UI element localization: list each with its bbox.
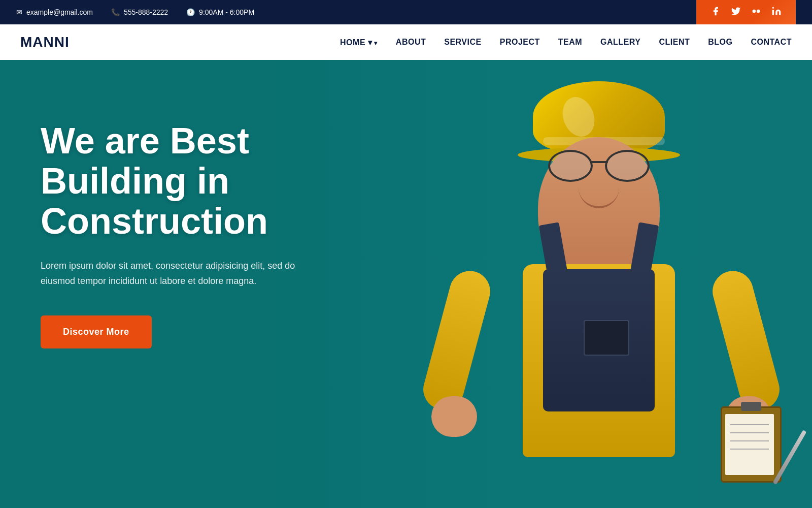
- site-logo[interactable]: MANNI: [20, 34, 70, 50]
- hero-title: We are Best Building in Construction: [41, 121, 325, 242]
- svg-point-1: [757, 9, 760, 13]
- nav-about[interactable]: ABOUT: [396, 38, 426, 47]
- nav-team[interactable]: TEAM: [558, 38, 582, 47]
- worker-clipboard: [721, 406, 782, 483]
- nav-project[interactable]: PROJECT: [500, 38, 540, 47]
- svg-point-0: [753, 9, 756, 13]
- flickr-icon[interactable]: [751, 6, 761, 19]
- hat-shine: [557, 92, 600, 141]
- worker-arm-left: [419, 266, 495, 414]
- nav-links: HOME ▾ ABOUT SERVICE PROJECT TEAM GALLER…: [340, 38, 792, 47]
- clipboard-line-4: [730, 449, 769, 450]
- svg-point-3: [772, 7, 774, 8]
- facebook-icon[interactable]: [710, 6, 721, 19]
- svg-rect-2: [772, 10, 774, 15]
- worker-figure: [426, 71, 771, 508]
- clipboard-line-2: [730, 432, 769, 433]
- topbar-hours: 🕐 9:00AM - 6:00PM: [186, 8, 254, 16]
- nav-service[interactable]: SERVICE: [444, 38, 481, 47]
- topbar-social: [696, 0, 796, 24]
- hero-subtitle: Lorem ipsum dolor sit amet, consectetur …: [41, 258, 325, 289]
- bib-pocket: [584, 320, 629, 356]
- glasses-bridge: [590, 161, 608, 163]
- topbar-email: ✉ example@gmail.com: [16, 8, 93, 16]
- email-icon: ✉: [16, 8, 22, 16]
- nav-blog[interactable]: BLOG: [708, 38, 732, 47]
- phone-icon: 📞: [111, 8, 120, 16]
- worker-hand-left: [431, 396, 477, 437]
- topbar: ✉ example@gmail.com 📞 555-888-2222 🕐 9:0…: [0, 0, 812, 24]
- hours-text: 9:00AM - 6:00PM: [199, 8, 254, 16]
- worker-glasses: [538, 150, 660, 180]
- nav-gallery[interactable]: GALLERY: [600, 38, 640, 47]
- email-text: example@gmail.com: [26, 8, 93, 16]
- clipboard-line-1: [730, 424, 769, 425]
- twitter-icon[interactable]: [731, 6, 741, 19]
- nav-home[interactable]: HOME ▾: [340, 38, 378, 47]
- hero-section: We are Best Building in Construction Lor…: [0, 60, 812, 508]
- clipboard-paper: [725, 414, 774, 475]
- worker-art: [426, 71, 771, 508]
- worker-torso: [513, 264, 685, 478]
- hero-content: We are Best Building in Construction Lor…: [0, 60, 355, 508]
- topbar-left: ✉ example@gmail.com 📞 555-888-2222 🕐 9:0…: [16, 8, 254, 16]
- clock-icon: 🕐: [186, 8, 195, 16]
- nav-client[interactable]: CLIENT: [659, 38, 690, 47]
- topbar-phone: 📞 555-888-2222: [111, 8, 168, 16]
- clipboard-line-3: [730, 440, 769, 441]
- nav-contact[interactable]: CONTACT: [751, 38, 792, 47]
- overalls-bib: [543, 269, 655, 411]
- linkedin-icon[interactable]: [771, 6, 782, 19]
- clipboard-clip: [741, 402, 761, 411]
- discover-more-button[interactable]: Discover More: [41, 315, 152, 348]
- phone-text: 555-888-2222: [124, 8, 168, 16]
- navbar: MANNI HOME ▾ ABOUT SERVICE PROJECT TEAM …: [0, 24, 812, 60]
